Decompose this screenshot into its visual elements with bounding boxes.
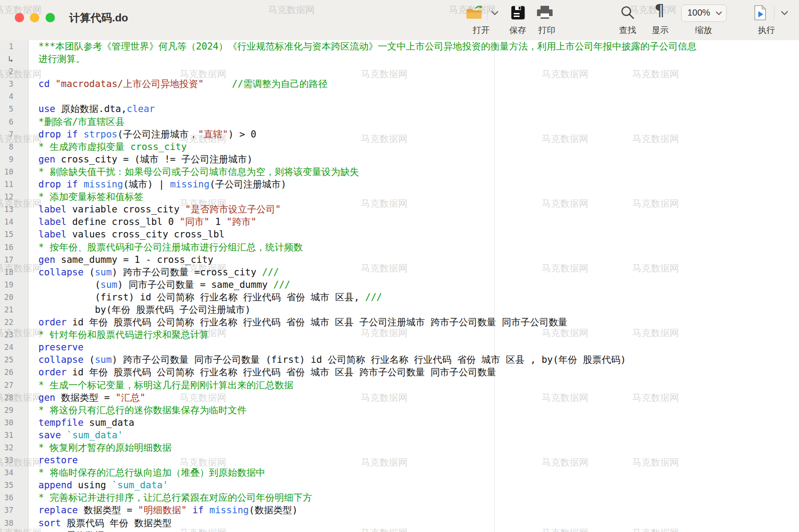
line-number: 15 [0, 228, 13, 241]
save-label: 保存 [509, 25, 526, 36]
code-row: 26order id 年份 股票代码 公司简称 行业名称 行业代码 省份 城市 … [0, 366, 799, 378]
line-wrap-indicator: ↳ [0, 53, 13, 65]
code-text: save `sum_data' [13, 429, 123, 441]
line-number: 3 [0, 78, 13, 90]
code-row: 3cd "macrodatas/上市公司异地投资" //需调整为自己的路径 [0, 78, 799, 90]
code-text: * 将临时保存的汇总行纵向追加（堆叠）到原始数据中 [13, 466, 265, 479]
execute-label: 执行 [758, 25, 775, 36]
code-text: collapse (sum) 跨市子公司数量 =cross_city /// [13, 266, 279, 278]
line-number: 2 [0, 65, 13, 78]
zoom-value: 100% [687, 8, 710, 18]
search-icon [621, 6, 635, 20]
code-row: 20 (first) id 公司简称 行业名称 行业代码 省份 城市 区县, /… [0, 291, 799, 303]
code-text: gen cross_city = (城市 != 子公司注册城市) [13, 153, 253, 166]
code-text: drop if missing(城市) | missing(子公司注册城市) [13, 178, 287, 191]
code-text: drop if strpos(子公司注册城市，"直辖") > 0 [13, 128, 256, 141]
code-text: collapse (sum) 跨市子公司数量 同市子公司数量 (first) i… [13, 353, 626, 366]
stata-do-file-editor-window: 计算代码.do 打开 保存 [0, 0, 799, 532]
line-number: 25 [0, 353, 13, 366]
toolbar-divider [487, 6, 487, 20]
code-row: 4 [0, 90, 799, 103]
code-text: * 生成一个标记变量，标明这几行是刚刚计算出来的汇总数据 [13, 379, 293, 391]
code-text: * 生成跨市虚拟变量 cross_city [13, 141, 187, 153]
code-text [13, 65, 38, 78]
code-row-wrapped: ↳进行测算。 [0, 53, 799, 65]
code-text: (sum) 同市子公司数量 = same_dummy /// [13, 278, 290, 291]
code-text: preserve [13, 341, 83, 353]
code-row: 34* 将临时保存的汇总行纵向追加（堆叠）到原始数据中 [0, 466, 799, 479]
line-number: 5 [0, 103, 13, 115]
code-row: 19 (sum) 同市子公司数量 = same_dummy /// [0, 278, 799, 291]
code-row: 39save 最终数据 [0, 529, 799, 532]
window-title: 计算代码.do [69, 11, 128, 25]
line-number: 13 [0, 203, 13, 216]
line-number: 33 [0, 454, 13, 466]
line-number: 7 [0, 128, 13, 141]
code-row: 23* 针对年份和股票代码进行求和聚总计算 [0, 328, 799, 341]
toolbar-divider [774, 6, 774, 20]
code-text: * 添加变量标签和值标签 [13, 191, 143, 203]
line-number: 14 [0, 216, 13, 228]
line-number: 36 [0, 491, 13, 504]
code-row: 17gen same_dummy = 1 - cross_city [0, 254, 799, 266]
line-number: 23 [0, 328, 13, 341]
code-row: 7drop if strpos(子公司注册城市，"直辖") > 0 [0, 128, 799, 141]
line-number: 19 [0, 278, 13, 291]
code-row: 33restore [0, 454, 799, 466]
code-row: 35append using `sum_data' [0, 479, 799, 491]
code-editor[interactable]: 1***本团队参考《管理世界》何凡等（2024）《行业规范标准化与资本跨区流动》… [0, 40, 799, 532]
minimize-button[interactable] [30, 13, 39, 22]
code-row: 30tempfile sum_data [0, 416, 799, 429]
code-row: 16* 按年份、股票代码和子公司注册城市进行分组汇总，统计频数 [0, 241, 799, 254]
code-text: label define cross_lbl 0 "同市" 1 "跨市" [13, 216, 257, 228]
code-row: 37replace 数据类型 = "明细数据" if missing(数据类型) [0, 504, 799, 516]
line-number: 4 [0, 90, 13, 103]
toolbar: 计算代码.do 打开 保存 [0, 0, 799, 41]
code-row: 2 [0, 65, 799, 78]
code-text: *删除省/市直辖区县 [13, 116, 125, 128]
code-text: * 按年份、股票代码和子公司注册城市进行分组汇总，统计频数 [13, 241, 303, 254]
line-number: 22 [0, 316, 13, 328]
code-row: 14label define cross_lbl 0 "同市" 1 "跨市" [0, 216, 799, 228]
code-row: 22order id 年份 股票代码 公司简称 行业名称 行业代码 省份 城市 … [0, 316, 799, 328]
zoom-label: 缩放 [695, 25, 712, 36]
find-label: 查找 [619, 25, 636, 36]
line-number: 12 [0, 191, 13, 203]
code-text: gen 数据类型 = "汇总" [13, 391, 146, 404]
line-number: 32 [0, 441, 13, 454]
pilcrow-icon: ¶ [654, 1, 665, 19]
print-label: 打印 [538, 25, 555, 36]
code-text: use 原始数据.dta,clear [13, 103, 155, 115]
code-row: 28gen 数据类型 = "汇总" [0, 391, 799, 404]
code-row: 31save `sum_data' [0, 429, 799, 441]
code-text: label variable cross_city "是否跨市设立子公司" [13, 203, 281, 216]
code-row: 21 by(年份 股票代码 子公司注册城市) [0, 303, 799, 316]
code-text: ***本团队参考《管理世界》何凡等（2024）《行业规范标准化与资本跨区流动》一… [13, 40, 697, 53]
code-row: 25collapse (sum) 跨市子公司数量 同市子公司数量 (first)… [0, 353, 799, 366]
code-text: save 最终数据 [13, 529, 104, 532]
folder-icon [465, 5, 483, 21]
code-text: tempfile sum_data [13, 416, 134, 429]
line-number: 29 [0, 404, 13, 416]
printer-icon [537, 6, 553, 20]
code-text: cd "macrodatas/上市公司异地投资" //需调整为自己的路径 [13, 78, 328, 90]
line-number: 9 [0, 153, 13, 166]
code-row: 27* 生成一个标记变量，标明这几行是刚刚计算出来的汇总数据 [0, 379, 799, 391]
code-row: 6*删除省/市直辖区县 [0, 116, 799, 128]
line-number: 18 [0, 266, 13, 278]
code-row: 13label variable cross_city "是否跨市设立子公司" [0, 203, 799, 216]
line-number: 6 [0, 116, 13, 128]
close-button[interactable] [15, 13, 24, 22]
execute-do-icon [754, 5, 766, 21]
code-text: (first) id 公司简称 行业名称 行业代码 省份 城市 区县, /// [13, 291, 382, 303]
code-text: * 针对年份和股票代码进行求和聚总计算 [13, 328, 209, 341]
code-row: 15label values cross_city cross_lbl [0, 228, 799, 241]
code-text: gen same_dummy = 1 - cross_city [13, 254, 213, 266]
zoom-select[interactable]: 100% [681, 4, 727, 22]
line-number: 31 [0, 429, 13, 441]
maximize-button[interactable] [46, 13, 55, 22]
line-number: 21 [0, 303, 13, 316]
code-text: * 剔除缺失值干扰：如果母公司或子公司城市信息为空，则将该变量设为缺失 [13, 166, 359, 178]
line-number: 24 [0, 341, 13, 353]
line-number: 20 [0, 291, 13, 303]
